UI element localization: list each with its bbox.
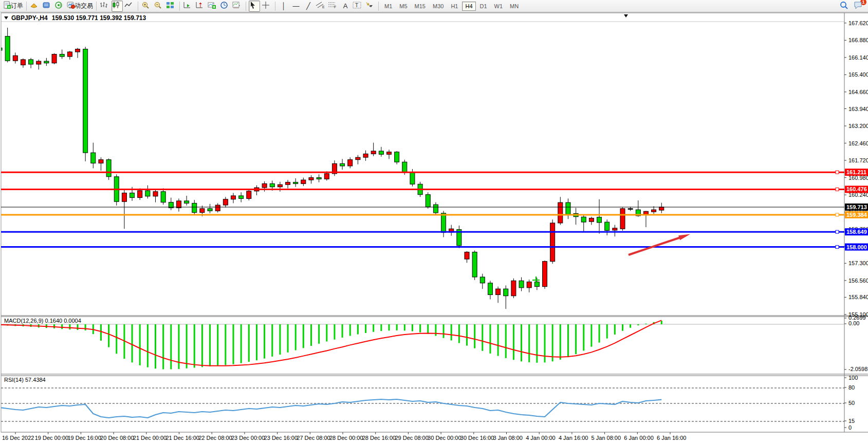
vertical-line-button[interactable]: │	[278, 1, 289, 12]
chart-canvas[interactable]: 167.620166.880166.140165.400164.660163.9…	[0, 0, 868, 444]
autotrading-button[interactable]: 自动交易	[66, 1, 94, 12]
bar-chart-button[interactable]	[99, 1, 110, 12]
timeframe-h1[interactable]: H1	[448, 2, 461, 11]
text-button[interactable]: A	[340, 1, 351, 12]
market-watch-button[interactable]	[29, 1, 41, 12]
time-label: 23 Dec 16:00	[264, 435, 298, 441]
time-label: 28 Dec 16:00	[362, 435, 396, 441]
time-label: 19 Dec 16:00	[67, 435, 101, 441]
candlestick	[317, 178, 321, 179]
candlestick	[122, 193, 126, 202]
templates-button[interactable]	[232, 1, 243, 12]
rsi-value: 57.4384	[25, 377, 46, 383]
tile-windows-icon	[166, 1, 174, 9]
timeframe-m30[interactable]: M30	[430, 2, 447, 11]
zoom-out-icon	[154, 1, 162, 9]
candlestick	[231, 196, 236, 199]
periods-button[interactable]	[219, 1, 231, 12]
text-label-button[interactable]: T	[352, 1, 363, 12]
time-label: 28 Dec 00:00	[329, 435, 363, 441]
clock-icon	[220, 1, 228, 9]
candlestick	[270, 183, 274, 187]
toolbar: 新订单 自动交易	[0, 0, 868, 12]
chart-menu-arrow-icon[interactable]	[624, 14, 628, 17]
macd-indicator-label: MACD(12,26,9) 0.1640 0.0004	[4, 318, 81, 324]
time-label: 3 Jan 08:00	[493, 435, 523, 441]
candlestick	[76, 49, 80, 52]
channel-icon: E	[316, 1, 325, 9]
candlestick	[472, 252, 477, 277]
notifications-button[interactable]: 1	[853, 1, 864, 12]
horizontal-line-button[interactable]: —	[290, 1, 302, 12]
line-chart-button[interactable]	[124, 1, 135, 12]
candlestick	[402, 162, 407, 172]
price-label: 159.713	[846, 204, 867, 210]
cursor-button[interactable]	[249, 1, 260, 12]
timeframe-m15[interactable]: M15	[412, 2, 429, 11]
new-order-button[interactable]: 新订单	[3, 1, 24, 12]
ohlc-values: 159.530 159.771 159.392 159.713	[52, 14, 146, 22]
trendline-button[interactable]: ╱	[303, 1, 314, 12]
line-handle[interactable]	[836, 213, 839, 216]
timeframe-w1[interactable]: W1	[491, 2, 506, 11]
svg-text:F: F	[334, 5, 336, 9]
equidistant-channel-button[interactable]: E	[315, 1, 326, 12]
strategy-tester-button[interactable]	[54, 1, 65, 12]
candlestick-chart-button[interactable]	[112, 1, 123, 12]
signal-icon	[54, 1, 63, 9]
macd-axis-label: -2.0598	[848, 366, 867, 372]
candlestick	[652, 210, 656, 212]
price-tick-label: 155.840	[848, 294, 868, 300]
market-watch-icon	[30, 1, 38, 9]
separator	[179, 2, 180, 11]
candlestick-chart-icon	[112, 1, 120, 9]
candlestick	[519, 281, 524, 288]
timeframe-m1[interactable]: M1	[381, 2, 395, 11]
candlestick	[262, 183, 267, 188]
line-handle[interactable]	[836, 246, 839, 249]
horizontal-line-icon: —	[293, 2, 300, 10]
candlestick	[340, 163, 345, 166]
search-button[interactable]	[839, 1, 851, 12]
candlestick	[589, 218, 594, 221]
candlestick	[293, 182, 298, 184]
candlestick	[215, 205, 220, 211]
price-label: 158.649	[846, 229, 867, 235]
candlestick	[550, 223, 555, 262]
search-icon	[840, 1, 848, 10]
candlestick	[184, 201, 189, 203]
fibonacci-icon: F	[328, 1, 337, 9]
crosshair-button[interactable]	[261, 1, 272, 12]
candlestick	[558, 202, 563, 223]
auto-scroll-button[interactable]	[182, 1, 194, 12]
timeframe-m5[interactable]: M5	[396, 2, 410, 11]
line-handle[interactable]	[836, 171, 839, 174]
rsi-axis-label: 100	[848, 375, 858, 381]
timeframe-mn[interactable]: MN	[507, 2, 522, 11]
candlestick	[543, 262, 547, 287]
chart-shift-button[interactable]	[195, 1, 206, 12]
line-handle[interactable]	[836, 188, 839, 191]
arrow-annotation[interactable]	[629, 236, 684, 255]
arrows-button[interactable]	[364, 1, 376, 12]
new-order-icon	[3, 1, 11, 9]
price-tick-label: 164.660	[848, 89, 868, 95]
data-window-button[interactable]	[42, 1, 53, 12]
price-tick-label: 166.140	[848, 54, 868, 61]
candlestick	[44, 61, 49, 63]
tile-windows-button[interactable]	[165, 1, 177, 12]
zoom-out-button[interactable]	[153, 1, 164, 12]
candlestick	[566, 202, 570, 214]
candlestick	[356, 157, 360, 160]
time-label: 27 Dec 08:00	[297, 435, 330, 441]
one-click-trading-arrow-icon[interactable]	[4, 16, 8, 20]
zoom-in-button[interactable]	[141, 1, 152, 12]
timeframe-d1[interactable]: D1	[477, 2, 490, 11]
indicators-button[interactable]	[207, 1, 218, 12]
timeframe-h4[interactable]: H4	[462, 2, 475, 11]
line-handle[interactable]	[836, 230, 839, 233]
arrow-annotation-head[interactable]	[678, 234, 690, 240]
text-icon: A	[343, 2, 348, 10]
fibonacci-button[interactable]: F	[327, 1, 339, 12]
candlestick	[480, 277, 485, 283]
